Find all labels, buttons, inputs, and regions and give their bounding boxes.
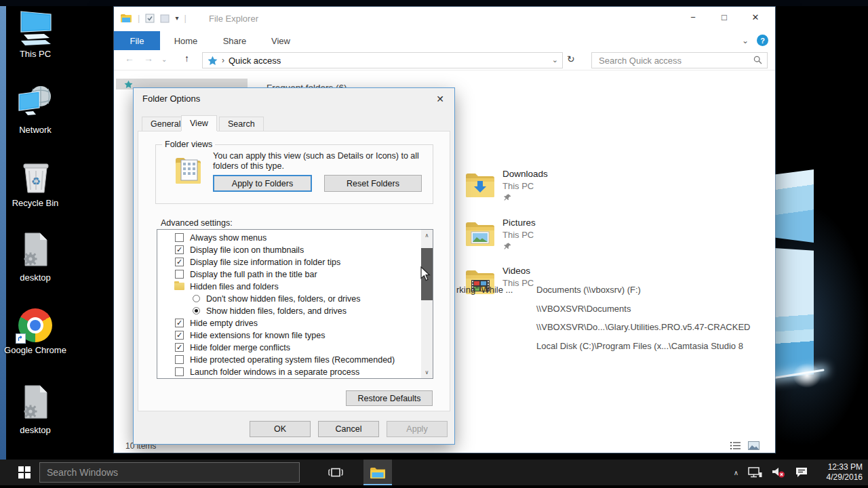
large-icons-view-icon[interactable] (748, 441, 760, 450)
wallpaper-top-edge (0, 0, 868, 6)
folder-views-groupbox: Folder views You can apply this view (su… (155, 144, 433, 204)
reset-folders-button[interactable]: Reset Folders (324, 175, 422, 192)
restore-defaults-button[interactable]: Restore Defaults (346, 390, 433, 406)
setting-label: Hide protected operating system files (R… (190, 355, 395, 365)
advanced-setting-row[interactable]: Hidden files and folders (157, 281, 421, 293)
radio-icon[interactable] (193, 307, 200, 314)
recent-file-row[interactable]: \\VBOXSVR\Documents (456, 301, 774, 320)
scroll-up-icon[interactable]: ∧ (421, 230, 433, 241)
search-input[interactable] (599, 54, 745, 66)
explorer-titlebar[interactable]: | ▾ | File Explorer − □ ✕ (114, 7, 775, 31)
advanced-setting-row[interactable]: ✓Hide extensions for known file types (157, 329, 421, 342)
system-file-icon (17, 383, 54, 422)
advanced-setting-row[interactable]: Always show menus (157, 232, 421, 244)
new-folder-icon[interactable] (160, 14, 170, 23)
advanced-setting-row[interactable]: ✓Hide folder merge conflicts (157, 342, 421, 354)
desktop-icon-desktop-file[interactable]: desktop (4, 383, 66, 435)
up-icon[interactable]: ↑ (184, 53, 189, 64)
folder-views-icon (174, 155, 203, 186)
details-view-icon[interactable] (730, 441, 741, 450)
tab-view-active[interactable]: View (181, 115, 217, 131)
recent-locations-icon[interactable]: ⌄ (161, 56, 167, 63)
checkbox-icon[interactable] (175, 233, 184, 242)
search-icon[interactable] (753, 56, 762, 64)
breadcrumb[interactable]: Quick access (229, 56, 281, 66)
advanced-setting-row[interactable]: ✓Display file size information in folder… (157, 256, 421, 268)
back-icon[interactable]: ← (125, 53, 134, 64)
search-box[interactable] (591, 52, 768, 68)
taskbar-file-explorer-button[interactable] (363, 460, 392, 485)
folder-tile-downloads[interactable]: Downloads This PC (465, 169, 688, 203)
dialog-close-icon[interactable]: ✕ (431, 92, 449, 106)
task-view-button[interactable] (322, 460, 349, 485)
maximize-button[interactable]: □ (709, 7, 740, 27)
advanced-setting-row[interactable]: Show hidden files, folders, and drives (157, 305, 421, 317)
help-icon[interactable]: ? (757, 35, 768, 46)
advanced-setting-row[interactable]: Launch folder windows in a separate proc… (157, 366, 421, 378)
tab-file[interactable]: File (114, 31, 160, 50)
volume-muted-icon[interactable] (771, 466, 786, 479)
chrome-icon (18, 308, 52, 342)
checkbox-icon[interactable] (175, 270, 184, 279)
desktop-icon-recycle-bin[interactable]: ♻ Recycle Bin (4, 157, 66, 208)
address-dropdown-icon[interactable]: ⌄ (552, 56, 558, 64)
checkbox-icon[interactable] (175, 355, 184, 364)
scroll-down-icon[interactable]: ∨ (421, 367, 433, 378)
taskbar-search-input[interactable] (47, 466, 277, 479)
pictures-folder-icon (465, 219, 496, 247)
network-tray-icon[interactable] (747, 466, 762, 479)
tray-chevron-icon[interactable]: ∧ (734, 469, 738, 476)
forward-icon[interactable]: → (144, 53, 153, 64)
close-button[interactable]: ✕ (740, 7, 771, 27)
checkbox-icon[interactable]: ✓ (175, 331, 184, 340)
breadcrumb-separator: › (222, 56, 224, 65)
tab-search[interactable]: Search (219, 117, 264, 131)
minimize-button[interactable]: − (677, 7, 709, 27)
address-bar[interactable]: › Quick access ⌄ (202, 52, 563, 68)
dialog-title: Folder Options (142, 94, 200, 104)
recycle-bin-icon: ♻ (16, 157, 55, 195)
quick-access-toolbar: | ▾ | (121, 13, 186, 23)
scrollbar[interactable]: ∧ ∨ (421, 230, 433, 378)
checkbox-icon[interactable]: ✓ (175, 245, 184, 254)
taskbar-clock[interactable]: 12:33 PM 4/29/2016 (810, 462, 863, 483)
clock-date: 4/29/2016 (810, 472, 863, 483)
tab-home[interactable]: Home (166, 31, 205, 50)
tab-view[interactable]: View (263, 31, 298, 50)
recent-file-row[interactable]: Local Disk (C:)\Program Files (x...\Camt… (456, 338, 774, 357)
tab-share[interactable]: Share (216, 31, 254, 50)
recent-file-row[interactable]: \\VBOXSVR\Do...\Glary.Utilities.PRO.v5.4… (456, 319, 774, 338)
desktop-icon-google-chrome[interactable]: Google Chrome (4, 308, 66, 355)
advanced-settings-listbox[interactable]: Always show menus✓Display file icon on t… (157, 229, 433, 379)
separator: | (138, 13, 140, 23)
advanced-setting-row[interactable]: ✓Display file icon on thumbnails (157, 244, 421, 256)
properties-icon[interactable] (145, 14, 155, 23)
recent-file-row[interactable]: rking" While ...Documents (\\vboxsrv) (F… (456, 282, 774, 301)
advanced-settings-label: Advanced settings: (161, 218, 233, 228)
folder-tile-pictures[interactable]: Pictures This PC (465, 218, 688, 251)
checkbox-icon[interactable]: ✓ (175, 258, 184, 266)
desktop-icon-this-pc[interactable]: This PC (4, 9, 66, 59)
refresh-icon[interactable]: ↻ (567, 54, 575, 64)
advanced-setting-row[interactable]: Don't show hidden files, folders, or dri… (157, 293, 421, 305)
action-center-icon[interactable] (795, 466, 808, 479)
recent-files-list: rking" While ...Documents (\\vboxsrv) (F… (456, 282, 774, 357)
advanced-setting-row[interactable]: ✓Hide empty drives (157, 317, 421, 329)
apply-button-disabled[interactable]: Apply (387, 421, 448, 437)
expand-ribbon-icon[interactable]: ⌄ (742, 36, 749, 45)
desktop-icon-desktop-file[interactable]: desktop (4, 230, 66, 283)
desktop-icon-network[interactable]: Network (4, 83, 66, 135)
scrollbar-thumb[interactable] (421, 248, 433, 300)
taskbar-search-box[interactable] (39, 462, 300, 483)
apply-to-folders-button[interactable]: Apply to Folders (213, 175, 312, 192)
checkbox-icon[interactable]: ✓ (175, 343, 184, 352)
checkbox-icon[interactable]: ✓ (175, 319, 184, 327)
cancel-button[interactable]: Cancel (318, 421, 379, 437)
advanced-setting-row[interactable]: Hide protected operating system files (R… (157, 354, 421, 366)
advanced-setting-row[interactable]: Display the full path in the title bar (157, 268, 421, 281)
start-button[interactable] (9, 460, 39, 485)
checkbox-icon[interactable] (175, 367, 184, 376)
customize-qat-icon[interactable]: ▾ (175, 14, 178, 22)
radio-icon[interactable] (193, 295, 200, 302)
ok-button[interactable]: OK (250, 421, 311, 437)
